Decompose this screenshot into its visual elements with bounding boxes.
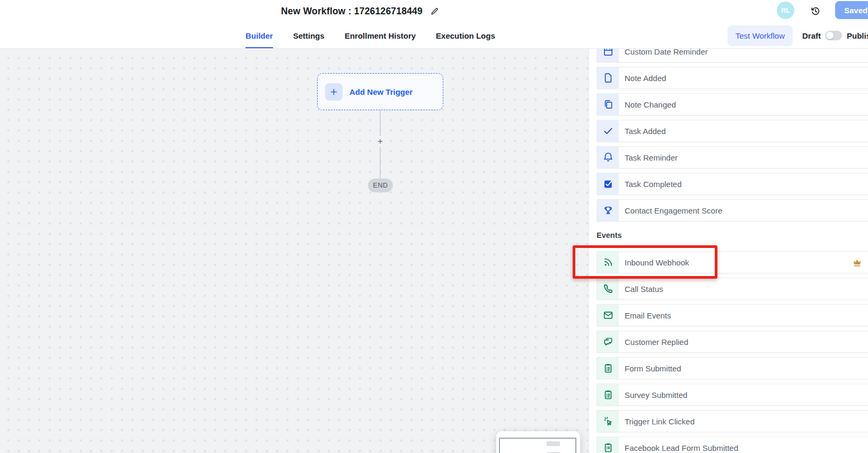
tabs: Builder Settings Enrollment History Exec… [246,23,495,48]
trigger-item-survey-submitted[interactable]: Survey Submitted [597,384,868,406]
webhook-icon [597,252,619,273]
trigger-item-email-events[interactable]: Email Events [597,304,868,326]
calendar-icon [597,48,619,62]
crown-icon [852,257,862,268]
trigger-item-label: Note Changed [625,100,676,109]
add-step-plus-button[interactable]: + [375,136,385,147]
facebook-form-icon [597,437,619,453]
history-icon[interactable] [810,6,821,16]
note-icon [597,67,619,88]
trigger-item-label: Trigger Link Clicked [625,417,695,426]
tab-enrollment-history[interactable]: Enrollment History [345,23,416,48]
trigger-item-label: Note Added [625,74,666,83]
form-icon [597,358,619,379]
workflow-title-wrap: New Workflow : 1726126718449 [281,0,439,23]
publish-toggle[interactable] [825,31,842,40]
avatar[interactable]: RL [777,2,794,19]
trigger-item-task-added[interactable]: Task Added [597,120,868,142]
chat-reply-icon [597,331,619,352]
trigger-item-inbound-webhook[interactable]: Inbound Webhook [597,251,868,273]
publish-label: Publish [847,23,868,48]
notes-copy-icon [597,94,619,115]
trophy-icon [597,200,619,221]
trigger-item-call-status[interactable]: Call Status [597,278,868,300]
draft-label: Draft [802,23,821,48]
sidebar-section-title: Events [597,230,868,240]
saved-button[interactable]: Saved [835,1,868,19]
node-preview-panel [496,431,580,453]
tab-bar: Builder Settings Enrollment History Exec… [0,23,868,49]
trigger-item-customer-replied[interactable]: Customer Replied [597,331,868,353]
trigger-item-label: Facebook Lead Form Submitted [625,443,738,452]
trigger-item-form-submitted[interactable]: Form Submitted [597,357,868,379]
survey-icon [597,384,619,405]
plus-icon [325,83,343,101]
workflow-canvas[interactable]: Add New Trigger + END [0,48,589,453]
mail-icon [597,305,619,326]
trigger-item-label: Customer Replied [625,337,688,347]
tab-execution-logs[interactable]: Execution Logs [436,23,495,48]
task-completed-icon [597,173,619,194]
page-title: New Workflow : 1726126718449 [281,6,423,17]
trigger-item-label: Form Submitted [625,364,681,373]
bell-icon [597,147,619,168]
trigger-list: Custom Date Reminder Note Added Note Cha… [597,48,868,453]
trigger-item-label: Task Reminder [625,153,678,162]
test-workflow-button[interactable]: Test Workflow [727,25,793,46]
trigger-item-task-completed[interactable]: Task Completed [597,173,868,195]
trigger-item-contact-engagement-score[interactable]: Contact Engagement Score [597,199,868,221]
trigger-item-label: Email Events [625,311,671,320]
trigger-item-trigger-link-clicked[interactable]: Trigger Link Clicked [597,410,868,432]
tab-settings[interactable]: Settings [293,23,325,48]
tab-builder[interactable]: Builder [246,23,273,48]
trigger-item-custom-date-reminder[interactable]: Custom Date Reminder [597,48,868,63]
trigger-list-sidebar: Custom Date Reminder Note Added Note Cha… [589,48,868,453]
end-node: END [368,179,393,192]
trigger-item-label: Call Status [625,285,663,294]
trigger-item-label: Contact Engagement Score [625,206,722,215]
trigger-item-label: Custom Date Reminder [625,48,708,56]
top-bar: New Workflow : 1726126718449 RL Saved [0,0,868,23]
add-new-trigger-label: Add New Trigger [349,87,413,96]
preview-frame [499,438,576,453]
trigger-item-label: Inbound Webhook [625,258,689,267]
phone-icon [597,278,619,299]
edit-title-pencil-icon[interactable] [430,7,439,16]
trigger-item-facebook-lead-form-submitted[interactable]: Facebook Lead Form Submitted [597,437,868,453]
trigger-item-label: Task Completed [625,180,682,189]
trigger-item-note-changed[interactable]: Note Changed [597,93,868,116]
workflow-builder-app: New Workflow : 1726126718449 RL Saved Bu… [0,0,868,453]
toggle-knob [826,32,834,39]
trigger-item-note-added[interactable]: Note Added [597,67,868,89]
trigger-item-label: Task Added [625,127,666,136]
preview-placeholder-bar [547,441,560,446]
trigger-item-task-reminder[interactable]: Task Reminder [597,146,868,168]
trigger-item-label: Survey Submitted [625,390,687,399]
check-icon [597,120,619,141]
link-click-icon [597,411,619,432]
add-new-trigger-node[interactable]: Add New Trigger [317,73,443,110]
